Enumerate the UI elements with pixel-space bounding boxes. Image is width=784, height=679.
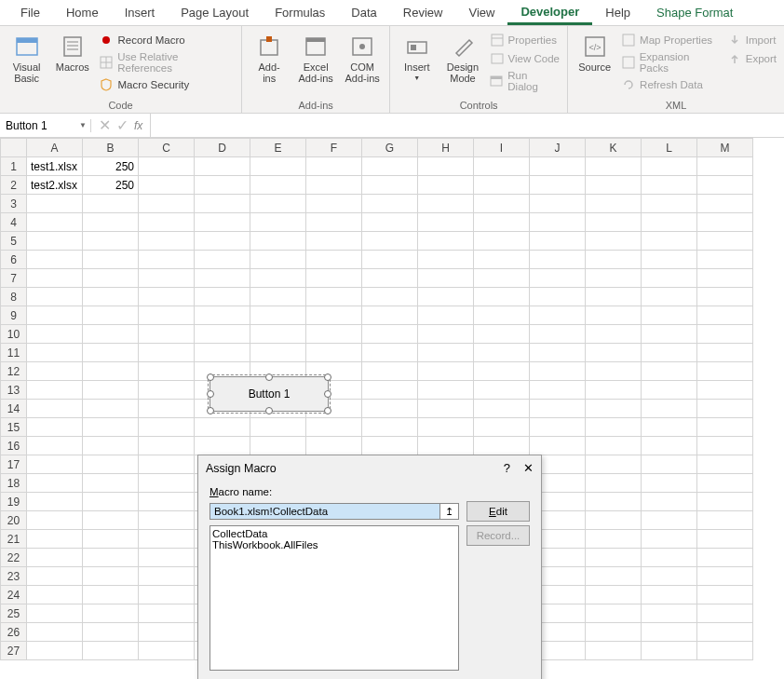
cell[interactable]: [250, 213, 306, 232]
cell[interactable]: [83, 474, 139, 493]
cell[interactable]: [362, 306, 418, 325]
tab-insert[interactable]: Insert: [112, 2, 169, 23]
cell[interactable]: [418, 306, 474, 325]
cell[interactable]: [586, 344, 642, 362]
cell[interactable]: [586, 306, 642, 325]
cell[interactable]: [530, 325, 586, 344]
cell[interactable]: 250: [83, 157, 139, 176]
cell[interactable]: [642, 157, 697, 176]
row-header[interactable]: 20: [1, 511, 27, 530]
cell[interactable]: [83, 344, 139, 362]
cell[interactable]: [27, 195, 83, 213]
cell[interactable]: [362, 344, 418, 362]
cell[interactable]: [83, 530, 139, 549]
cell[interactable]: [586, 493, 642, 511]
cell[interactable]: [83, 623, 139, 642]
cell[interactable]: [83, 232, 139, 251]
resize-handle[interactable]: [324, 373, 331, 381]
cell[interactable]: [27, 325, 83, 344]
cell[interactable]: [418, 251, 474, 269]
column-header[interactable]: E: [250, 139, 306, 157]
row-header[interactable]: 7: [1, 269, 27, 288]
cell[interactable]: [27, 474, 83, 493]
cell[interactable]: [139, 418, 195, 437]
cell[interactable]: [697, 530, 753, 549]
cell[interactable]: [83, 251, 139, 269]
cell[interactable]: [530, 232, 586, 251]
cell[interactable]: [139, 455, 195, 474]
cell[interactable]: [83, 400, 139, 418]
excel-addins-button[interactable]: Excel Add-ins: [294, 30, 337, 98]
cell[interactable]: [586, 381, 642, 400]
cell[interactable]: [697, 157, 753, 176]
cell[interactable]: [195, 176, 250, 195]
cell[interactable]: [250, 176, 306, 195]
cell[interactable]: [195, 232, 250, 251]
cell[interactable]: [27, 381, 83, 400]
refresh-data-button[interactable]: Refresh Data: [619, 76, 722, 93]
tab-formulas[interactable]: Formulas: [262, 2, 338, 23]
cell[interactable]: [83, 288, 139, 306]
tab-data[interactable]: Data: [338, 2, 389, 23]
cell[interactable]: [139, 530, 195, 549]
cell[interactable]: [530, 362, 586, 381]
cell[interactable]: [83, 381, 139, 400]
visual-basic-button[interactable]: Visual Basic: [6, 30, 47, 98]
cell[interactable]: [697, 344, 753, 362]
cell[interactable]: [27, 232, 83, 251]
cell[interactable]: [530, 213, 586, 232]
row-header[interactable]: 1: [1, 157, 27, 176]
cell[interactable]: [586, 455, 642, 474]
cell[interactable]: [139, 623, 195, 642]
cell[interactable]: [642, 325, 697, 344]
cell[interactable]: [586, 567, 642, 586]
cell[interactable]: [362, 195, 418, 213]
cell[interactable]: [27, 642, 83, 660]
row-header[interactable]: 2: [1, 176, 27, 195]
row-header[interactable]: 26: [1, 623, 27, 642]
cell[interactable]: [362, 400, 418, 418]
cell[interactable]: [586, 400, 642, 418]
source-button[interactable]: </> Source: [574, 30, 615, 98]
cell[interactable]: [27, 400, 83, 418]
cell[interactable]: [586, 288, 642, 306]
cell[interactable]: [586, 232, 642, 251]
cell[interactable]: [697, 195, 753, 213]
cell[interactable]: [139, 474, 195, 493]
cell[interactable]: [697, 604, 753, 623]
cell[interactable]: [530, 195, 586, 213]
cell[interactable]: [139, 306, 195, 325]
cell[interactable]: [27, 288, 83, 306]
cell[interactable]: [642, 642, 697, 660]
cell[interactable]: [418, 362, 474, 381]
macro-security-button[interactable]: Macro Security: [97, 76, 236, 93]
cell[interactable]: [27, 455, 83, 474]
cell[interactable]: [697, 623, 753, 642]
cell[interactable]: [306, 269, 362, 288]
cell[interactable]: [697, 549, 753, 567]
cell[interactable]: [195, 325, 250, 344]
cell[interactable]: [362, 251, 418, 269]
cell[interactable]: [139, 213, 195, 232]
cell[interactable]: [250, 269, 306, 288]
list-item[interactable]: ThisWorkbook.AllFiles: [212, 539, 456, 550]
cell[interactable]: [586, 511, 642, 530]
record-macro-button[interactable]: Record Macro: [97, 32, 236, 48]
cell[interactable]: [306, 213, 362, 232]
cell[interactable]: [195, 269, 250, 288]
cell[interactable]: [139, 288, 195, 306]
cell[interactable]: [642, 567, 697, 586]
tab-help[interactable]: Help: [592, 2, 643, 23]
tab-file[interactable]: File: [7, 2, 53, 23]
resize-handle[interactable]: [324, 407, 331, 414]
cell[interactable]: [474, 381, 530, 400]
cell[interactable]: [418, 418, 474, 437]
cell[interactable]: [139, 511, 195, 530]
name-box[interactable]: Button 1 ▼: [0, 119, 91, 132]
cell[interactable]: [642, 176, 697, 195]
cell[interactable]: [195, 306, 250, 325]
cell[interactable]: [250, 344, 306, 362]
cell[interactable]: [642, 493, 697, 511]
cell[interactable]: [83, 604, 139, 623]
cell[interactable]: [27, 306, 83, 325]
